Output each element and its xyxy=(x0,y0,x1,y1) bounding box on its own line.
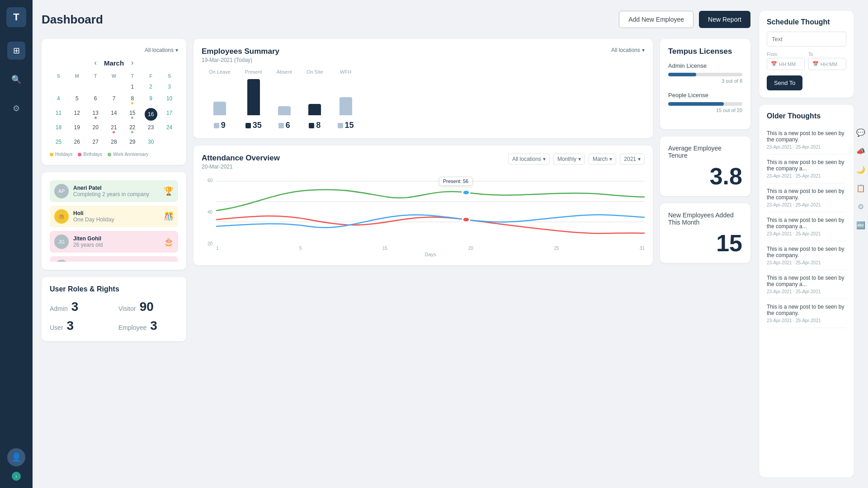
cal-day[interactable]: 22 xyxy=(123,122,141,136)
cal-day[interactable]: 18 xyxy=(50,122,67,136)
roles-title: User Roles & Rights xyxy=(50,285,178,293)
cal-day[interactable]: 8 xyxy=(123,93,141,107)
cal-day[interactable]: 12 xyxy=(68,108,86,121)
new-report-button[interactable]: New Report xyxy=(699,11,750,28)
older-thoughts-title: Older Thoughts xyxy=(767,112,846,120)
cal-header-s: S xyxy=(50,71,67,80)
role-label: User xyxy=(50,324,63,331)
to-datetime-input[interactable]: 📅 HH:MM xyxy=(808,58,846,70)
attendance-year-select[interactable]: 2021 ▾ xyxy=(620,154,645,164)
cal-day[interactable]: 9 xyxy=(142,93,160,107)
attendance-location-select[interactable]: All locations ▾ xyxy=(508,154,550,164)
admin-license-label: Admin License xyxy=(668,62,742,69)
cal-day[interactable]: 24 xyxy=(160,122,178,136)
list-item: This is a new post to be seen by the com… xyxy=(767,299,846,328)
cal-day[interactable]: 1 xyxy=(123,81,141,92)
to-label: To xyxy=(808,52,846,57)
calendar-next-button[interactable]: › xyxy=(131,59,133,67)
bar xyxy=(340,97,352,115)
cal-day[interactable]: 23 xyxy=(142,122,160,136)
dashboard-grid: All locations ▾ ‹ March › S M T W T F xyxy=(42,39,750,477)
cal-day[interactable]: 11 xyxy=(50,108,67,121)
thought-text: This is a new post to be seen by the com… xyxy=(767,188,846,201)
list-item: This is a new post to be seen by the com… xyxy=(767,241,846,270)
bar xyxy=(278,106,291,115)
cal-day[interactable]: 17 xyxy=(160,108,178,121)
cal-day[interactable] xyxy=(50,81,67,92)
sidebar-item-dashboard[interactable]: ⊞ xyxy=(7,42,25,60)
megaphone-icon[interactable]: 📣 xyxy=(856,147,865,155)
calendar-card: All locations ▾ ‹ March › S M T W T F xyxy=(42,39,186,165)
calendar-location-select[interactable]: All locations ▾ xyxy=(145,47,178,53)
cal-day[interactable]: 5 xyxy=(68,93,86,107)
cal-day[interactable]: 27 xyxy=(87,136,104,147)
sidebar-item-settings[interactable]: ⚙ xyxy=(7,99,25,117)
sidebar-item-search[interactable]: 🔍 xyxy=(7,70,25,89)
thought-text: This is a new post to be seen by the com… xyxy=(767,130,846,143)
cal-day[interactable]: 20 xyxy=(87,122,104,136)
event-name: Jiten Gohil xyxy=(73,235,159,242)
new-employees-card: New Employees Added This Month 15 xyxy=(660,203,750,263)
role-item-user: User 3 xyxy=(50,319,109,333)
events-card: AP Aneri Patel Completing 2 years in com… xyxy=(42,172,186,270)
cal-day[interactable]: 29 xyxy=(123,136,141,147)
cal-day[interactable]: 21 xyxy=(105,122,123,136)
cal-day[interactable]: 26 xyxy=(68,136,86,147)
attendance-header: Attendance Overview 20-Mar-2021 All loca… xyxy=(202,154,645,170)
cal-day[interactable]: 2 xyxy=(142,81,160,92)
thought-date: 23-Apr-2021 · 25-Apr-2021 xyxy=(767,318,846,323)
cal-day[interactable]: 28 xyxy=(105,136,123,147)
cal-day[interactable]: 4 xyxy=(50,93,67,107)
bar-value: 15 xyxy=(345,121,354,130)
calendar-prev-button[interactable]: ‹ xyxy=(94,59,97,67)
cal-day[interactable] xyxy=(105,81,123,92)
employees-location-select[interactable]: All locations ▾ xyxy=(611,47,645,53)
cal-day[interactable]: 14 xyxy=(105,108,123,121)
chat-icon[interactable]: 💬 xyxy=(856,128,865,137)
table-icon[interactable]: 📋 xyxy=(856,184,865,192)
from-time: HH:MM xyxy=(779,61,796,67)
cal-day-today[interactable]: 16 xyxy=(145,108,157,121)
thought-text: This is a new post to be seen by the com… xyxy=(767,217,846,230)
translate-icon[interactable]: 🔤 xyxy=(856,221,865,230)
cal-day[interactable]: 13 xyxy=(87,108,104,121)
send-to-button[interactable]: Send To xyxy=(767,75,802,90)
attendance-month-select[interactable]: March ▾ xyxy=(589,154,616,164)
attendance-period-select[interactable]: Monthly ▾ xyxy=(553,154,585,164)
cal-day[interactable] xyxy=(160,136,178,147)
add-employee-button[interactable]: Add New Employee xyxy=(619,11,693,28)
event-info: Holi One Day Holiday xyxy=(73,210,159,223)
cal-day[interactable]: 25 xyxy=(50,136,67,147)
attendance-title: Attendance Overview xyxy=(202,154,280,163)
cal-day[interactable]: 3 xyxy=(160,81,178,92)
sidebar-logo: T xyxy=(6,7,26,27)
cal-day[interactable]: 7 xyxy=(105,93,123,107)
cal-day[interactable]: 10 xyxy=(160,93,178,107)
cal-header-t2: T xyxy=(123,71,141,80)
bar-value: 8 xyxy=(316,121,321,130)
licenses-title: Tempus Licenses xyxy=(668,47,742,56)
gear2-icon[interactable]: ⚙ xyxy=(858,202,864,211)
chart-tooltip: Present: 56 xyxy=(439,177,472,186)
to-field: To 📅 HH:MM xyxy=(808,52,846,70)
to-time: HH:MM xyxy=(821,61,837,67)
page-title: Dashboard xyxy=(42,13,103,27)
cal-day[interactable]: 19 xyxy=(68,122,86,136)
people-license-bar-fill xyxy=(668,102,724,106)
from-datetime-input[interactable]: 📅 HH:MM xyxy=(767,58,805,70)
bar-label: Present xyxy=(245,69,262,75)
people-license-label: People License xyxy=(668,92,742,99)
cal-day[interactable]: 30 xyxy=(142,136,160,147)
list-item: JG Jiten Gohil 26 years old 🎂 xyxy=(50,231,178,253)
moon-icon[interactable]: 🌙 xyxy=(856,165,865,174)
schedule-text-input[interactable] xyxy=(767,32,846,47)
cal-day[interactable]: 15 xyxy=(123,108,141,121)
chevron-down-icon: ▾ xyxy=(638,156,641,162)
sidebar-toggle[interactable]: › xyxy=(12,472,21,481)
cal-day[interactable] xyxy=(68,81,86,92)
avatar[interactable]: 👤 xyxy=(7,448,25,466)
thought-date: 23-Apr-2021 · 25-Apr-2021 xyxy=(767,202,846,207)
older-thoughts-card: Older Thoughts This is a new post to be … xyxy=(760,105,854,477)
cal-day[interactable] xyxy=(87,81,104,92)
cal-day[interactable]: 6 xyxy=(87,93,104,107)
